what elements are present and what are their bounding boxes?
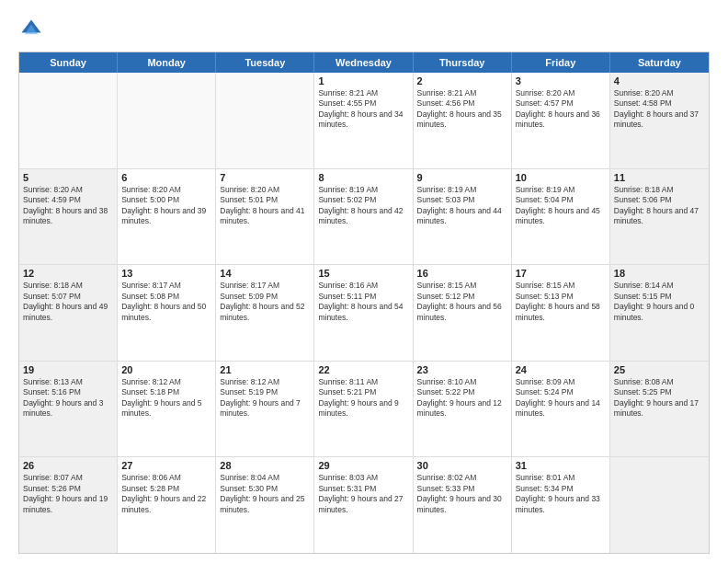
empty-cell-0-0 [19,73,118,168]
header-monday: Monday [118,52,216,73]
sunset-1: Sunset: 4:55 PM [318,98,408,109]
sunrise-25: Sunrise: 8:08 AM [614,377,705,387]
day-cell-8: 8Sunrise: 8:19 AMSunset: 5:02 PMDaylight… [314,169,413,265]
day-number-14: 14 [220,268,310,279]
day-cell-1: 1Sunrise: 8:21 AMSunset: 4:55 PMDaylight… [314,73,413,168]
day-cell-30: 30Sunrise: 8:02 AMSunset: 5:33 PMDayligh… [414,457,512,553]
day-cell-20: 20Sunrise: 8:12 AMSunset: 5:18 PMDayligh… [118,362,216,457]
day-cell-27: 27Sunrise: 8:06 AMSunset: 5:28 PMDayligh… [118,457,216,553]
daylight-26: Daylight: 9 hours and 19 minutes. [23,494,113,515]
sunrise-9: Sunrise: 8:19 AM [417,185,507,195]
sunset-2: Sunset: 4:56 PM [417,98,507,109]
sunrise-31: Sunrise: 8:01 AM [516,473,606,483]
logo [18,17,48,42]
sunrise-22: Sunrise: 8:11 AM [318,377,408,387]
header-sunday: Sunday [19,52,118,73]
sunset-4: Sunset: 4:58 PM [614,98,705,109]
day-number-28: 28 [220,460,310,471]
day-cell-4: 4Sunrise: 8:20 AMSunset: 4:58 PMDaylight… [610,73,709,168]
daylight-16: Daylight: 8 hours and 56 minutes. [417,302,507,323]
sunrise-29: Sunrise: 8:03 AM [318,473,408,483]
daylight-2: Daylight: 8 hours and 35 minutes. [417,109,507,131]
calendar-row-2: 12Sunrise: 8:18 AMSunset: 5:07 PMDayligh… [19,264,709,361]
day-number-23: 23 [417,364,507,375]
sunset-5: Sunset: 4:59 PM [23,195,113,205]
day-cell-31: 31Sunrise: 8:01 AMSunset: 5:34 PMDayligh… [512,457,610,553]
daylight-8: Daylight: 8 hours and 42 minutes. [318,206,408,227]
sunrise-30: Sunrise: 8:02 AM [417,473,507,483]
header [18,17,710,42]
daylight-4: Daylight: 8 hours and 37 minutes. [614,109,705,131]
day-cell-10: 10Sunrise: 8:19 AMSunset: 5:04 PMDayligh… [512,169,610,265]
sunset-12: Sunset: 5:07 PM [23,292,113,302]
day-number-25: 25 [614,364,705,375]
sunset-24: Sunset: 5:24 PM [516,387,606,397]
day-cell-23: 23Sunrise: 8:10 AMSunset: 5:22 PMDayligh… [414,362,512,457]
day-cell-13: 13Sunrise: 8:17 AMSunset: 5:08 PMDayligh… [118,265,216,361]
day-number-21: 21 [220,364,310,375]
day-cell-26: 26Sunrise: 8:07 AMSunset: 5:26 PMDayligh… [19,457,118,553]
day-cell-21: 21Sunrise: 8:12 AMSunset: 5:19 PMDayligh… [216,362,314,457]
calendar-row-0: 1Sunrise: 8:21 AMSunset: 4:55 PMDaylight… [19,73,709,168]
day-number-27: 27 [121,460,211,471]
day-number-30: 30 [417,460,507,471]
calendar-row-3: 19Sunrise: 8:13 AMSunset: 5:16 PMDayligh… [19,361,709,457]
sunset-6: Sunset: 5:00 PM [121,195,211,205]
day-cell-7: 7Sunrise: 8:20 AMSunset: 5:01 PMDaylight… [216,169,314,265]
header-saturday: Saturday [610,52,709,73]
day-number-12: 12 [23,268,113,279]
day-number-2: 2 [417,75,507,86]
sunrise-5: Sunrise: 8:20 AM [23,185,113,195]
day-number-7: 7 [220,172,310,183]
sunrise-15: Sunrise: 8:16 AM [318,281,408,291]
sunrise-6: Sunrise: 8:20 AM [121,185,211,195]
header-thursday: Thursday [414,52,512,73]
day-number-6: 6 [121,172,211,183]
sunrise-12: Sunrise: 8:18 AM [23,281,113,291]
daylight-22: Daylight: 9 hours and 9 minutes. [318,398,408,419]
day-cell-11: 11Sunrise: 8:18 AMSunset: 5:06 PMDayligh… [610,169,709,265]
sunset-26: Sunset: 5:26 PM [23,484,113,494]
day-cell-18: 18Sunrise: 8:14 AMSunset: 5:15 PMDayligh… [610,265,709,361]
day-cell-24: 24Sunrise: 8:09 AMSunset: 5:24 PMDayligh… [512,362,610,457]
sunrise-23: Sunrise: 8:10 AM [417,377,507,387]
day-number-18: 18 [614,268,705,279]
daylight-23: Daylight: 9 hours and 12 minutes. [417,398,507,419]
sunrise-10: Sunrise: 8:19 AM [516,185,606,195]
sunrise-1: Sunrise: 8:21 AM [318,88,408,98]
daylight-24: Daylight: 9 hours and 14 minutes. [516,398,606,419]
sunrise-19: Sunrise: 8:13 AM [23,377,113,387]
sunrise-28: Sunrise: 8:04 AM [220,473,310,483]
sunset-25: Sunset: 5:25 PM [614,387,705,397]
sunrise-26: Sunrise: 8:07 AM [23,473,113,483]
calendar-body: 1Sunrise: 8:21 AMSunset: 4:55 PMDaylight… [19,73,709,553]
sunset-17: Sunset: 5:13 PM [516,292,606,302]
sunset-23: Sunset: 5:22 PM [417,387,507,397]
header-tuesday: Tuesday [216,52,314,73]
day-number-8: 8 [318,172,408,183]
day-cell-25: 25Sunrise: 8:08 AMSunset: 5:25 PMDayligh… [610,362,709,457]
sunrise-8: Sunrise: 8:19 AM [318,185,408,195]
daylight-31: Daylight: 9 hours and 33 minutes. [516,494,606,515]
daylight-30: Daylight: 9 hours and 30 minutes. [417,494,507,515]
day-number-29: 29 [318,460,408,471]
day-cell-28: 28Sunrise: 8:04 AMSunset: 5:30 PMDayligh… [216,457,314,553]
day-number-22: 22 [318,364,408,375]
daylight-28: Daylight: 9 hours and 25 minutes. [220,494,310,515]
calendar: SundayMondayTuesdayWednesdayThursdayFrid… [18,52,710,554]
daylight-3: Daylight: 8 hours and 36 minutes. [516,109,606,131]
sunrise-24: Sunrise: 8:09 AM [516,377,606,387]
sunrise-13: Sunrise: 8:17 AM [121,281,211,291]
daylight-19: Daylight: 9 hours and 3 minutes. [23,398,113,419]
sunset-14: Sunset: 5:09 PM [220,292,310,302]
day-number-13: 13 [121,268,211,279]
header-wednesday: Wednesday [314,52,413,73]
sunset-20: Sunset: 5:18 PM [121,387,211,397]
sunset-30: Sunset: 5:33 PM [417,484,507,494]
sunset-22: Sunset: 5:21 PM [318,387,408,397]
header-friday: Friday [512,52,610,73]
day-number-26: 26 [23,460,113,471]
empty-cell-4-6 [610,457,709,553]
daylight-25: Daylight: 9 hours and 17 minutes. [614,398,705,419]
day-cell-2: 2Sunrise: 8:21 AMSunset: 4:56 PMDaylight… [414,73,512,168]
